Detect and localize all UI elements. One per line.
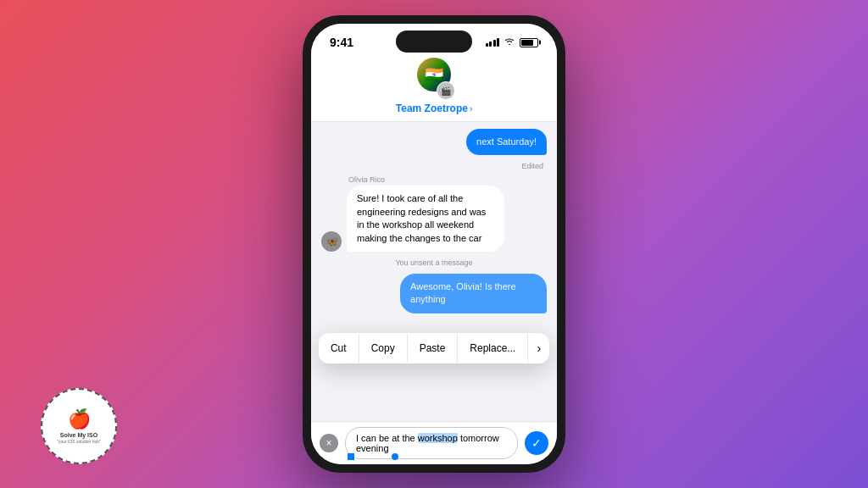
message-text: next Saturday! [476, 136, 537, 147]
watermark-title: Solve My ISO [60, 432, 97, 439]
watermark: 🍎 Solve My ISO "your IOS solution hub" [41, 388, 117, 464]
phone-screen: 9:41 [311, 24, 557, 464]
sender-avatar: 🦋 [321, 231, 342, 252]
copy-button[interactable]: Copy [359, 334, 408, 363]
more-button[interactable]: › [528, 333, 549, 363]
selection-handle-right [392, 453, 398, 460]
incoming-message-wrapper: 🦋 Olivia Rico Sure! I took care of all t… [321, 175, 547, 252]
chat-group-name: Team Zoetrope [396, 103, 468, 114]
context-menu[interactable]: Cut Copy Paste Replace... › [319, 333, 549, 363]
status-icons [486, 37, 539, 47]
send-button[interactable]: ✓ [525, 431, 548, 455]
unsent-label: You unsent a message [321, 258, 547, 267]
selection-handle-left [348, 453, 354, 460]
signal-icon [486, 38, 500, 47]
replace-button[interactable]: Replace... [458, 334, 528, 363]
wifi-icon [504, 37, 515, 47]
outgoing-message-partial-2: Awesome, Olivia! Is there anything [400, 274, 547, 313]
cut-button[interactable]: Cut [319, 334, 359, 363]
message-text: Awesome, Olivia! Is there anything [410, 281, 516, 304]
input-text-before: I can be at the [356, 433, 418, 443]
dynamic-island [396, 30, 472, 53]
battery-icon [520, 38, 538, 47]
watermark-subtitle: "your IOS solution hub" [57, 439, 101, 444]
incoming-bubble: Sure! I took care of all the engineering… [347, 186, 504, 252]
input-area[interactable]: × I can be at the workshop tomorrow even… [311, 421, 557, 464]
edited-label: Edited [321, 162, 543, 170]
group-avatar: 🇮🇳 🎬 [413, 58, 455, 100]
message-text: Sure! I took care of all the engineering… [357, 193, 486, 242]
chat-header[interactable]: 🇮🇳 🎬 Team Zoetrope › [311, 54, 557, 122]
status-time: 9:41 [330, 36, 353, 49]
phone-frame: 9:41 [303, 15, 565, 473]
sender-name: Olivia Rico [348, 175, 504, 184]
outgoing-message-partial: next Saturday! [466, 129, 547, 155]
watermark-logo: 🍎 [68, 408, 91, 430]
paste-button[interactable]: Paste [408, 334, 459, 363]
group-avatar-badge: 🎬 [437, 81, 455, 100]
cancel-button[interactable]: × [320, 434, 338, 452]
input-selected-text: workshop [418, 433, 458, 443]
message-input[interactable]: I can be at the workshop tomorrow evenin… [345, 427, 518, 459]
chevron-right-icon: › [470, 104, 472, 114]
incoming-message-group: Olivia Rico Sure! I took care of all the… [347, 175, 504, 252]
messages-area: next Saturday! Edited 🦋 Olivia Rico Sure… [311, 122, 557, 421]
